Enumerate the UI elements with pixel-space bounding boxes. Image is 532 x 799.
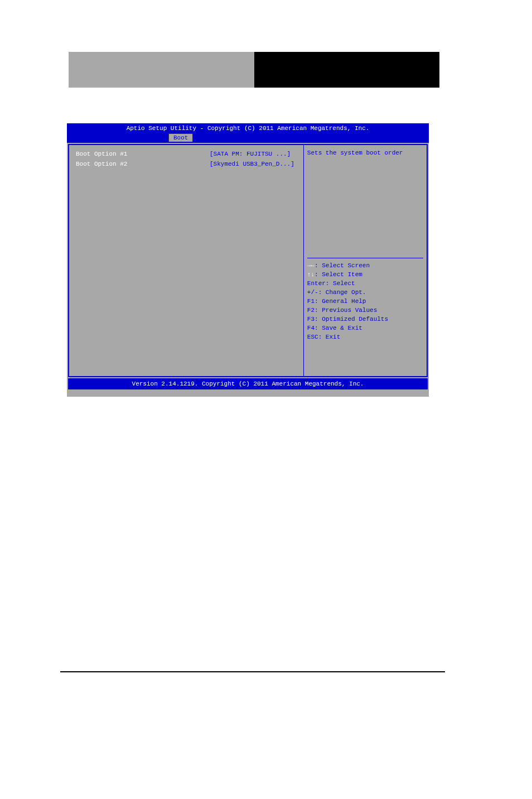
key-hint: F1: General Help xyxy=(307,297,423,306)
key-hint: Enter: Select xyxy=(307,280,423,288)
key-hint: ↑↓: Select Item xyxy=(307,271,423,280)
page-footer-divider xyxy=(60,671,445,672)
bios-screenshot: Aptio Setup Utility - Copyright (C) 2011… xyxy=(67,123,429,397)
header-grey xyxy=(69,52,254,88)
page-header-bar xyxy=(69,52,439,88)
boot-option-label: Boot Option #2 xyxy=(76,160,210,169)
boot-option-row[interactable]: Boot Option #1 [SATA PM: FUJITSU ...] xyxy=(76,150,297,159)
key-hint: F4: Save & Exit xyxy=(307,324,423,333)
boot-option-label: Boot Option #1 xyxy=(76,150,210,159)
key-hint: ESC: Exit xyxy=(307,333,423,342)
bios-version-footer: Version 2.14.1219. Copyright (C) 2011 Am… xyxy=(68,378,428,389)
boot-option-value: [Skymedi USB3_Pen_D...] xyxy=(210,160,294,169)
boot-option-row[interactable]: Boot Option #2 [Skymedi USB3_Pen_D...] xyxy=(76,160,297,169)
bios-help-text: Sets the system boot order xyxy=(307,150,423,258)
key-arrows-ud-icon: ↑↓ xyxy=(307,271,315,278)
bios-title: Aptio Setup Utility - Copyright (C) 2011… xyxy=(67,123,429,133)
key-hint: F3: Optimized Defaults xyxy=(307,315,423,324)
bios-help-panel: Sets the system boot order →←: Select Sc… xyxy=(303,145,427,376)
key-hint: F2: Previous Values xyxy=(307,306,423,315)
header-black xyxy=(254,52,440,88)
bios-settings-panel: Boot Option #1 [SATA PM: FUJITSU ...] Bo… xyxy=(69,145,303,376)
key-hint: +/-: Change Opt. xyxy=(307,288,423,297)
key-arrows-lr-icon: →← xyxy=(307,262,315,269)
tab-boot[interactable]: Boot xyxy=(168,133,193,142)
bios-tab-row: Boot xyxy=(67,133,429,143)
key-hint: →←: Select Screen xyxy=(307,262,423,271)
bios-main-panel: Boot Option #1 [SATA PM: FUJITSU ...] Bo… xyxy=(68,144,428,377)
bios-key-legend: →←: Select Screen ↑↓: Select Item Enter:… xyxy=(307,258,423,341)
boot-option-value: [SATA PM: FUJITSU ...] xyxy=(210,150,291,159)
